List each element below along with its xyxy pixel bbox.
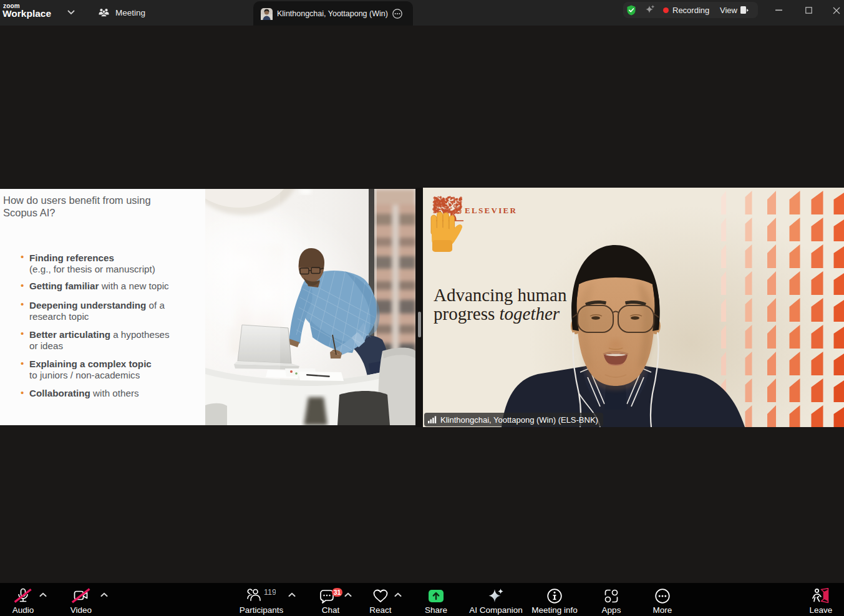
svg-text:31: 31 (334, 589, 341, 596)
svg-text:119: 119 (264, 588, 276, 597)
